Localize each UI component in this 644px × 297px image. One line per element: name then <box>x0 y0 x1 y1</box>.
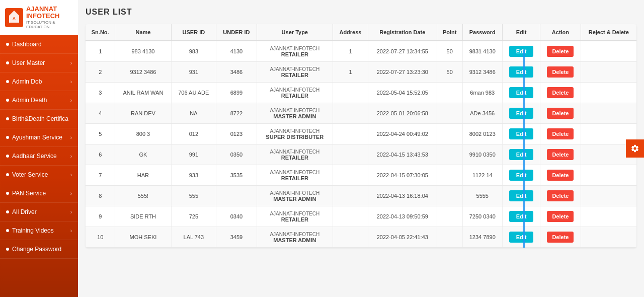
cell-7-3 <box>216 186 257 206</box>
sidebar-item-admin-death[interactable]: Admin Death › <box>0 91 78 110</box>
sidebar-item-user-master[interactable]: User Master › <box>0 54 78 72</box>
cell-7-0: 8 <box>86 186 115 206</box>
cell-0-10[interactable]: Delete <box>540 41 581 62</box>
cell-1-11[interactable] <box>581 62 636 83</box>
nav-dot <box>6 248 9 251</box>
delete-button[interactable]: Delete <box>547 108 574 119</box>
cell-1-9[interactable]: Edit <box>502 62 540 83</box>
cell-7-11[interactable] <box>581 186 636 206</box>
sidebar-item-all-driver[interactable]: All Driver › <box>0 203 78 221</box>
cell-7-9[interactable]: Edit <box>502 186 540 206</box>
cell-0-11[interactable] <box>581 41 636 62</box>
cell-6-10[interactable]: Delete <box>540 165 581 186</box>
col-header-name: Name <box>115 24 171 41</box>
edit-button[interactable]: Edit <box>509 108 534 119</box>
delete-button[interactable]: Delete <box>547 170 574 181</box>
delete-button[interactable]: Delete <box>547 46 574 57</box>
sidebar-item-birth-death[interactable]: Birth&Death Certifica <box>0 110 78 128</box>
cell-2-4: AJANNAT-INFOTECHRETAILER <box>257 83 333 103</box>
svg-text:A: A <box>13 16 16 21</box>
delete-button[interactable]: Delete <box>547 211 574 222</box>
table-header: Sn.No.NameUSER IDUNDER IDUser TypeAddres… <box>86 24 636 41</box>
cell-3-11[interactable] <box>581 103 636 124</box>
cell-9-10[interactable]: Delete <box>540 227 581 248</box>
sidebar-item-ayushman[interactable]: Ayushman Service › <box>0 128 78 147</box>
edit-button[interactable]: Edit <box>509 170 534 181</box>
chevron-right-icon: › <box>70 209 72 215</box>
edit-button[interactable]: Edit <box>509 232 534 243</box>
cell-3-2: NA <box>171 103 216 124</box>
cell-9-9[interactable]: Edit <box>502 227 540 248</box>
cell-5-6: 2022-04-15 13:43:53 <box>368 144 437 165</box>
sidebar-item-training[interactable]: Training Videos › <box>0 221 78 240</box>
cell-9-11[interactable] <box>581 227 636 248</box>
cell-5-3: 0350 <box>216 144 257 165</box>
cell-8-2: 725 <box>171 206 216 227</box>
cell-4-1: 800 3 <box>115 124 171 144</box>
cell-3-8: ADe 3456 <box>462 103 502 124</box>
cell-8-9[interactable]: Edit <box>502 206 540 227</box>
cell-3-10[interactable]: Delete <box>540 103 581 124</box>
delete-button[interactable]: Delete <box>547 232 574 243</box>
cell-4-9[interactable]: Edit <box>502 124 540 144</box>
cell-1-10[interactable]: Delete <box>540 62 581 83</box>
cell-2-9[interactable]: Edit <box>502 83 540 103</box>
delete-button[interactable]: Delete <box>547 190 574 201</box>
cell-2-7 <box>437 83 462 103</box>
chevron-right-icon: › <box>70 172 72 178</box>
main-content: USER LIST Sn.No.NameUSER IDUNDER IDUser … <box>78 0 644 297</box>
sidebar-item-label: Dashboard <box>12 41 42 48</box>
cell-2-11[interactable] <box>581 83 636 103</box>
delete-button[interactable]: Delete <box>547 87 574 98</box>
sidebar-item-label: Birth&Death Certifica <box>12 115 68 122</box>
edit-button[interactable]: Edit <box>509 46 534 57</box>
sidebar-item-voter[interactable]: Voter Service › <box>0 166 78 184</box>
sidebar-item-admin-dob[interactable]: Admin Dob › <box>0 72 78 91</box>
cell-2-10[interactable]: Delete <box>540 83 581 103</box>
delete-button[interactable]: Delete <box>547 128 574 139</box>
sidebar-item-label: Change Password <box>12 246 61 253</box>
cell-8-10[interactable]: Delete <box>540 206 581 227</box>
cell-6-7 <box>437 165 462 186</box>
cell-6-1: HAR <box>115 165 171 186</box>
cell-6-11[interactable] <box>581 165 636 186</box>
nav-dot <box>6 192 9 195</box>
cell-5-10[interactable]: Delete <box>540 144 581 165</box>
sidebar-item-aadhaar[interactable]: Aadhaar Service › <box>0 147 78 166</box>
edit-button[interactable]: Edit <box>509 66 534 78</box>
cell-0-9[interactable]: Edit <box>502 41 540 62</box>
cell-3-9[interactable]: Edit <box>502 103 540 124</box>
cell-2-1: ANIL RAM WAN <box>115 83 171 103</box>
cell-8-6: 2022-04-13 09:50:59 <box>368 206 437 227</box>
cell-6-9[interactable]: Edit <box>502 165 540 186</box>
edit-button[interactable]: Edit <box>509 149 534 160</box>
cell-8-11[interactable] <box>581 206 636 227</box>
col-header-reject---delete: Reject & Delete <box>581 24 636 41</box>
user-list-table-container: Sn.No.NameUSER IDUNDER IDUser TypeAddres… <box>86 24 636 248</box>
cell-0-3: 4130 <box>216 41 257 62</box>
table-row: 5800 30120123AJANNAT-INFOTECHSUPER DISTR… <box>86 124 636 144</box>
cell-9-1: MOH SEKI <box>115 227 171 248</box>
col-header-registration-date: Registration Date <box>368 24 437 41</box>
cell-0-5: 1 <box>333 41 368 62</box>
edit-button[interactable]: Edit <box>509 128 534 139</box>
cell-4-10[interactable]: Delete <box>540 124 581 144</box>
edit-button[interactable]: Edit <box>509 190 534 201</box>
sidebar-item-dashboard[interactable]: Dashboard <box>0 35 78 54</box>
sidebar-item-change-password[interactable]: Change Password <box>0 240 78 259</box>
logo-icon: A <box>5 8 23 27</box>
cell-7-10[interactable]: Delete <box>540 186 581 206</box>
col-header-sn-no-: Sn.No. <box>86 24 115 41</box>
cell-1-0: 2 <box>86 62 115 83</box>
edit-button[interactable]: Edit <box>509 87 534 98</box>
settings-fab[interactable] <box>626 139 644 158</box>
delete-button[interactable]: Delete <box>547 66 574 78</box>
edit-button[interactable]: Edit <box>509 211 534 222</box>
sidebar-item-label: Admin Death <box>12 97 47 104</box>
delete-button[interactable]: Delete <box>547 149 574 160</box>
chevron-right-icon: › <box>70 60 72 66</box>
cell-5-1: GK <box>115 144 171 165</box>
cell-5-9[interactable]: Edit <box>502 144 540 165</box>
cell-2-0: 3 <box>86 83 115 103</box>
sidebar-item-pan[interactable]: PAN Service › <box>0 184 78 203</box>
